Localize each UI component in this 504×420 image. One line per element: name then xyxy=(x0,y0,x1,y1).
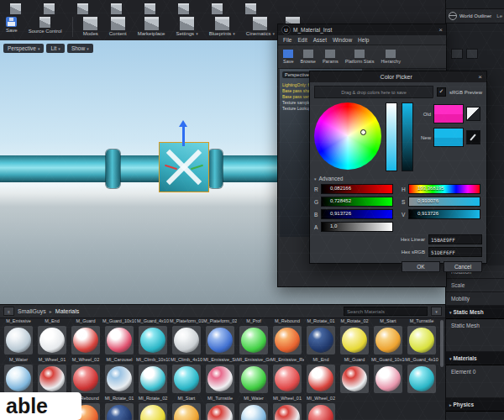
asset-tile[interactable] xyxy=(203,365,237,396)
ok-button[interactable]: OK xyxy=(402,261,440,272)
color-picker-titlebar[interactable]: Color Picker × xyxy=(310,71,486,82)
sources-panel-icon[interactable]: ≡ xyxy=(3,307,14,316)
eyedropper-button[interactable] xyxy=(466,130,480,144)
menu-edit[interactable]: Edit xyxy=(297,37,307,43)
asset-tile[interactable] xyxy=(237,365,270,396)
mini-tab-8-icon[interactable] xyxy=(244,3,257,14)
menu-window[interactable]: Window xyxy=(333,37,352,43)
asset-tile[interactable] xyxy=(203,403,237,420)
static-mesh-property[interactable]: Static Mesh xyxy=(446,319,504,352)
cancel-button[interactable]: Cancel xyxy=(444,261,482,272)
viewport-show-button[interactable]: Show▾ xyxy=(67,44,93,53)
toolbar-marketplace-button[interactable]: Marketplace xyxy=(135,16,168,37)
asset-tile[interactable] xyxy=(405,326,438,357)
close-icon[interactable]: × xyxy=(478,73,482,81)
asset-tile[interactable] xyxy=(237,326,270,357)
asset-tile[interactable] xyxy=(2,326,35,357)
breadcrumb-current[interactable]: Materials xyxy=(55,308,79,314)
hex-linear-input[interactable] xyxy=(428,234,482,244)
selected-flipper-cube[interactable] xyxy=(160,143,208,192)
mini-tab-7-icon[interactable] xyxy=(210,3,223,14)
asset-tile[interactable] xyxy=(136,403,170,420)
asset-tile[interactable] xyxy=(136,326,170,357)
menu-file[interactable]: File xyxy=(283,37,291,43)
mini-tab-1-icon[interactable] xyxy=(8,3,22,14)
asset-tile[interactable] xyxy=(338,326,371,357)
physics-section-header[interactable]: ▸ Physics xyxy=(446,398,504,412)
asset-tile[interactable] xyxy=(270,326,304,357)
element0-property[interactable]: Element 0 xyxy=(446,365,504,398)
world-outliner-header[interactable]: World Outliner Le xyxy=(446,8,504,24)
mini-tab-5-icon[interactable] xyxy=(143,3,156,14)
asset-tile[interactable] xyxy=(371,326,405,357)
gizmo-z-arrow[interactable] xyxy=(182,123,185,146)
slider-s[interactable]: 0,910076 xyxy=(408,197,480,207)
asset-tile[interactable] xyxy=(170,365,203,396)
details-tool-icon-2[interactable] xyxy=(466,49,478,59)
breadcrumb-root[interactable]: SmallGuys xyxy=(18,308,46,314)
asset-tile[interactable] xyxy=(203,326,237,357)
asset-tile[interactable] xyxy=(35,365,69,396)
mini-tab-2-icon[interactable] xyxy=(42,3,55,14)
details-row-scale[interactable]: Scale xyxy=(446,279,504,292)
slider-r[interactable]: 0,082166 xyxy=(321,184,393,194)
asset-tile[interactable] xyxy=(371,365,405,396)
preview-perspective-button[interactable]: Perspective xyxy=(282,71,312,78)
value-slider[interactable] xyxy=(402,102,413,171)
details-tool-icon-1[interactable] xyxy=(451,49,463,59)
asset-tile[interactable] xyxy=(102,403,136,420)
viewport-lit-button[interactable]: Lit▾ xyxy=(46,44,64,53)
hex-srgb-input[interactable] xyxy=(428,247,482,257)
material-browse-button[interactable]: Browse xyxy=(301,50,316,64)
source-control-button[interactable]: Source Control xyxy=(26,16,65,34)
advanced-toggle[interactable]: ▾ Advanced xyxy=(314,176,482,181)
asset-tile[interactable] xyxy=(338,365,371,396)
menu-help[interactable]: Help xyxy=(358,37,369,43)
asset-tile[interactable] xyxy=(102,365,136,396)
asset-tile[interactable] xyxy=(304,403,338,420)
asset-tile[interactable] xyxy=(136,365,170,396)
color-dropzone[interactable]: Drag & drop colors here to save xyxy=(314,86,433,98)
srgb-checkbox[interactable]: ✓ xyxy=(437,87,446,97)
asset-tile[interactable] xyxy=(237,403,270,420)
slider-b[interactable]: 0,913726 xyxy=(321,209,393,219)
details-row-mobility[interactable]: Mobility xyxy=(446,292,504,306)
asset-tile[interactable] xyxy=(69,326,102,357)
slider-g[interactable]: 0,728452 xyxy=(321,197,393,207)
view-options-icon[interactable]: ▾ xyxy=(431,307,442,316)
asset-tile[interactable] xyxy=(405,365,438,396)
material-platform-stats-button[interactable]: Platform Stats xyxy=(345,50,375,64)
save-button[interactable]: Save xyxy=(3,16,20,34)
asset-tile[interactable] xyxy=(270,365,304,396)
material-hierarchy-button[interactable]: Hierarchy xyxy=(381,50,401,64)
color-wheel[interactable] xyxy=(314,102,381,170)
mini-tab-6-icon[interactable] xyxy=(176,3,190,14)
toolbar-settings-button[interactable]: Settings▾ xyxy=(173,16,200,37)
asset-tile[interactable] xyxy=(35,326,69,357)
new-color-swatch[interactable] xyxy=(433,128,464,147)
theme-toggle-button[interactable] xyxy=(466,107,480,121)
toolbar-blueprints-button[interactable]: Blueprints▾ xyxy=(207,16,238,37)
static-mesh-section-header[interactable]: ▾ Static Mesh xyxy=(446,306,504,319)
close-icon[interactable]: × xyxy=(438,26,443,34)
material-params-button[interactable]: Params xyxy=(323,50,339,64)
asset-tile[interactable] xyxy=(304,365,338,396)
asset-tile[interactable] xyxy=(102,326,136,357)
menu-asset[interactable]: Asset xyxy=(313,37,327,43)
material-editor-titlebar[interactable]: U M_Material_Inst × xyxy=(278,24,446,35)
asset-tile[interactable] xyxy=(270,403,304,420)
toolbar-cinematics-button[interactable]: Cinematics▾ xyxy=(244,16,277,37)
slider-h[interactable]: 193,368195 xyxy=(408,184,480,194)
content-scrollbar[interactable] xyxy=(440,320,444,367)
saturation-slider[interactable] xyxy=(386,102,397,171)
materials-section-header[interactable]: ▾ Materials xyxy=(446,352,504,365)
toolbar-content-button[interactable]: Content xyxy=(107,16,129,37)
asset-tile[interactable] xyxy=(2,365,35,396)
search-input[interactable] xyxy=(344,307,428,316)
asset-tile[interactable] xyxy=(170,403,203,420)
slider-v[interactable]: 0,913726 xyxy=(408,209,480,219)
wheel-handle[interactable] xyxy=(360,129,366,135)
toolbar-modes-button[interactable]: Modes xyxy=(81,16,101,37)
mini-tab-4-icon[interactable] xyxy=(109,3,123,14)
slider-a[interactable]: 1,0 xyxy=(321,222,393,232)
